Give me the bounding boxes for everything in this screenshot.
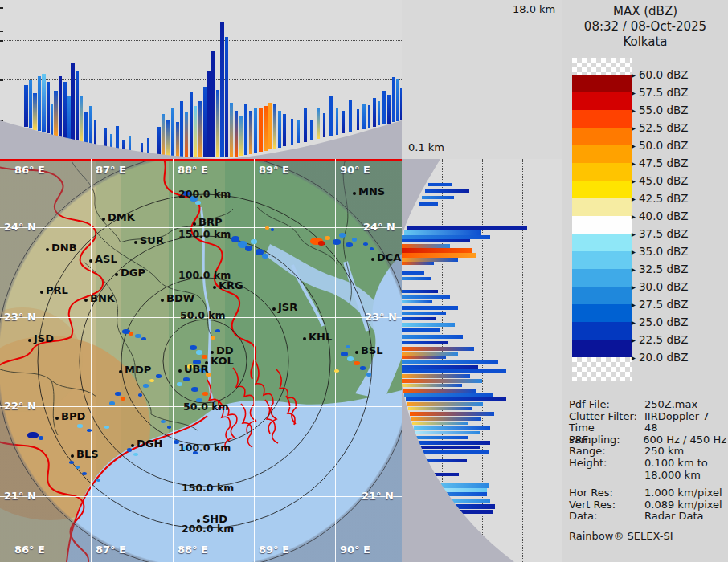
echo-row bbox=[425, 189, 469, 193]
metadata-value: 18.000 km bbox=[644, 470, 726, 482]
metadata-row: 18.000 km bbox=[569, 470, 726, 482]
echo-column bbox=[304, 108, 307, 142]
metadata-value: IIRDoppler 7 bbox=[644, 411, 726, 423]
echo-column bbox=[336, 108, 338, 135]
echo-column bbox=[89, 106, 92, 146]
echo-column bbox=[129, 136, 131, 157]
echo-column bbox=[33, 93, 37, 130]
echo-column bbox=[249, 111, 252, 154]
echo-column bbox=[273, 104, 276, 149]
scale-tick-label: ▸47.5 dBZ bbox=[632, 157, 688, 169]
metadata-value: 250Z.max bbox=[644, 399, 726, 411]
echo-row bbox=[402, 317, 436, 320]
range-ring-label: 150.0 km bbox=[178, 228, 231, 240]
scale-tick-label: ▸50.0 dBZ bbox=[632, 139, 688, 152]
echo-column bbox=[207, 71, 211, 157]
echo-row bbox=[436, 504, 495, 509]
echo-row bbox=[403, 389, 476, 393]
height-min-label: 0.1 km bbox=[408, 141, 444, 153]
echo-column bbox=[141, 143, 143, 157]
metadata-value: 0.089 km/pixel bbox=[644, 499, 726, 511]
metadata-row: Pdf File:250Z.max bbox=[569, 399, 726, 411]
echo-column bbox=[323, 113, 325, 137]
echo-column bbox=[171, 108, 174, 157]
scale-arrow-icon: ▸ bbox=[632, 124, 636, 132]
metadata-row: Hor Res:1.000 km/pixel bbox=[569, 487, 726, 499]
echo-column bbox=[230, 103, 233, 157]
echo-column bbox=[147, 138, 149, 157]
scale-tick-label: ▸27.5 dBZ bbox=[632, 298, 688, 311]
echo-column bbox=[94, 120, 96, 148]
scale-tick-label: ▸20.0 dBZ bbox=[632, 351, 688, 364]
metadata-row: Time sampling:48 bbox=[569, 422, 726, 434]
scale-tick-label: ▸57.5 dBZ bbox=[632, 86, 688, 99]
scale-tick-label: ▸30.0 dBZ bbox=[632, 280, 688, 293]
metadata-label: Vert Res: bbox=[569, 499, 644, 511]
echo-row bbox=[402, 379, 482, 383]
echo-column bbox=[216, 90, 219, 157]
metadata-label: Pdf File: bbox=[569, 399, 644, 411]
metadata-row: PRF:600 Hz / 450 Hz bbox=[569, 434, 726, 446]
scale-tick-label: ▸35.0 dBZ bbox=[632, 245, 688, 258]
echo-row bbox=[428, 183, 452, 186]
echo-row bbox=[402, 290, 438, 293]
echo-column bbox=[264, 106, 268, 151]
metadata-label: Hor Res: bbox=[569, 487, 644, 499]
echo-row bbox=[408, 407, 472, 410]
echo-column bbox=[396, 79, 399, 121]
echo-row bbox=[420, 450, 489, 454]
scale-arrow-icon: ▸ bbox=[632, 336, 636, 344]
echo-column bbox=[185, 112, 188, 157]
echo-row bbox=[402, 328, 440, 332]
echo-row bbox=[402, 384, 462, 387]
echo-column bbox=[283, 114, 286, 146]
echo-column bbox=[110, 134, 112, 152]
echo-column bbox=[157, 127, 161, 157]
range-ring-label: 200.0 km bbox=[182, 523, 234, 535]
echo-row bbox=[402, 300, 432, 303]
echo-row bbox=[402, 312, 446, 315]
echo-column bbox=[51, 104, 53, 135]
scale-tick-label: ▸45.0 dBZ bbox=[632, 174, 688, 187]
radar-display: 18.0 km 0.1 km bbox=[0, 0, 728, 562]
scale-tick-label: ▸37.5 dBZ bbox=[632, 227, 688, 240]
echo-row bbox=[402, 365, 478, 369]
echo-row bbox=[432, 492, 487, 496]
echo-column bbox=[244, 104, 247, 155]
echo-row bbox=[410, 412, 494, 416]
echo-row bbox=[419, 202, 438, 206]
scale-tick-label: ▸25.0 dBZ bbox=[632, 316, 688, 328]
echo-column bbox=[162, 114, 165, 157]
echo-column bbox=[54, 91, 58, 136]
echo-column bbox=[76, 71, 79, 142]
radar-map: 86° E86° E87° E87° E88° E88° E89° E89° E… bbox=[0, 159, 402, 562]
scale-tick-label: ▸42.5 dBZ bbox=[632, 192, 688, 205]
echo-column bbox=[84, 112, 88, 145]
scale-tick-label: ▸60.0 dBZ bbox=[632, 68, 688, 81]
echo-column bbox=[268, 103, 272, 149]
echo-column bbox=[387, 95, 391, 124]
scale-tick-label: ▸40.0 dBZ bbox=[632, 210, 688, 222]
scale-arrow-icon: ▸ bbox=[632, 71, 636, 79]
scale-arrow-icon: ▸ bbox=[632, 194, 636, 203]
echo-column bbox=[254, 108, 257, 153]
echo-row bbox=[406, 397, 506, 401]
echo-row bbox=[407, 402, 483, 406]
scale-arrow-icon: ▸ bbox=[632, 106, 636, 115]
metadata-row: Clutter Filter:IIRDoppler 7 bbox=[569, 411, 726, 423]
scale-arrow-icon: ▸ bbox=[632, 212, 636, 221]
scale-arrow-icon: ▸ bbox=[632, 230, 636, 238]
echo-column bbox=[166, 120, 170, 157]
range-ring-label: 50.0 km bbox=[180, 309, 226, 321]
echo-row bbox=[402, 356, 446, 359]
legend-panel: MAX (dBZ) 08:32 / 08-Oct-2025 Kolkata ▸6… bbox=[562, 0, 728, 562]
range-ring-labels: 200.0 km150.0 km100.0 km50.0 km50.0 km10… bbox=[0, 159, 402, 562]
echo-row bbox=[402, 262, 434, 265]
echo-row bbox=[402, 323, 455, 327]
echo-row bbox=[402, 369, 506, 373]
scale-tick-label: ▸55.0 dBZ bbox=[632, 104, 688, 116]
echo-column bbox=[38, 76, 41, 131]
echo-column bbox=[297, 120, 300, 143]
scale-arrow-icon: ▸ bbox=[632, 177, 636, 185]
echo-row bbox=[427, 473, 459, 476]
